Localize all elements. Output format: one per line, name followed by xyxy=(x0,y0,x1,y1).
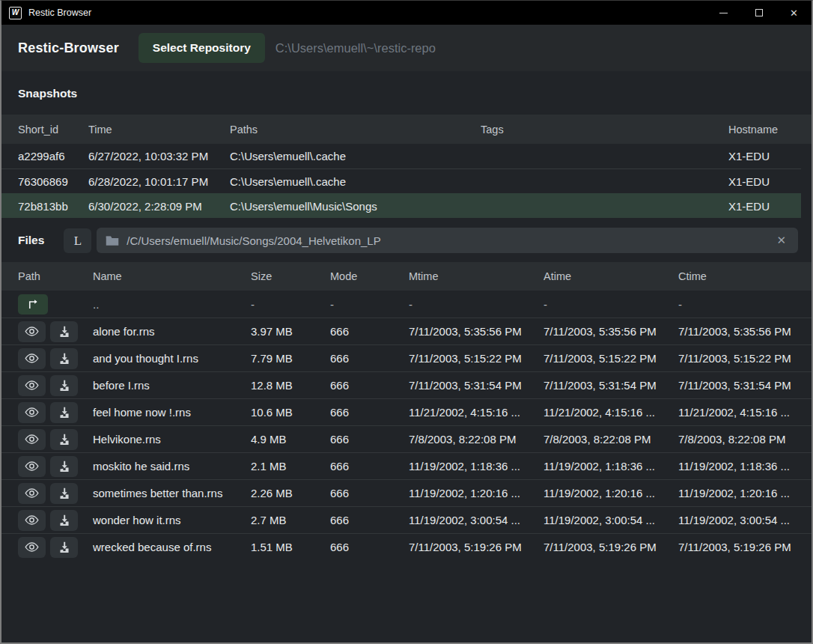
clear-path-icon[interactable]: ✕ xyxy=(773,232,789,249)
snapshot-row[interactable]: 72b813bb6/30/2022, 2:28:09 PMC:\Users\em… xyxy=(1,193,801,218)
file-row: moskito he said.rns2.1 MB66611/19/2002, … xyxy=(1,452,812,479)
download-icon xyxy=(58,487,70,499)
file-actions xyxy=(18,483,93,504)
file-atime: 7/11/2003, 5:15:22 PM xyxy=(543,352,678,365)
file-ctime: 7/8/2003, 8:22:08 PM xyxy=(678,433,804,446)
file-mtime: 11/19/2002, 1:20:16 ... xyxy=(409,487,543,499)
file-mode: 666 xyxy=(330,541,409,553)
download-file-button[interactable] xyxy=(50,537,78,558)
eye-icon xyxy=(25,353,39,364)
files-heading: Files xyxy=(18,234,44,247)
file-row: wrecked because of.rns1.51 MB6667/11/200… xyxy=(1,533,812,560)
file-mtime: 7/8/2003, 8:22:08 PM xyxy=(409,433,543,446)
file-mode: 666 xyxy=(330,433,409,446)
parent-ctime: - xyxy=(678,298,804,311)
file-actions xyxy=(18,429,93,450)
preview-file-button[interactable] xyxy=(18,402,46,423)
file-atime: 7/11/2003, 5:35:56 PM xyxy=(543,325,678,338)
download-file-button[interactable] xyxy=(50,348,78,369)
file-ctime: 11/19/2002, 1:20:16 ... xyxy=(678,487,804,499)
file-name: moskito he said.rns xyxy=(93,460,251,473)
download-file-button[interactable] xyxy=(50,321,78,342)
snapshot-paths: C:\Users\emuell\.cache xyxy=(230,150,481,162)
file-atime: 7/11/2003, 5:19:26 PM xyxy=(543,541,678,553)
preview-file-button[interactable] xyxy=(18,510,46,531)
close-icon: ✕ xyxy=(790,7,798,19)
file-mode: 666 xyxy=(330,406,409,419)
preview-file-button[interactable] xyxy=(18,456,46,477)
download-icon xyxy=(58,407,70,418)
files-column-header-name: Name xyxy=(93,270,251,282)
snapshot-short-id: 72b813bb xyxy=(18,200,88,213)
current-path-text: /C/Users/emuell/Music/Songs/2004_Helveti… xyxy=(127,234,773,247)
snapshots-column-header-hostname: Hostname xyxy=(728,124,800,136)
app-window: W Restic Browser ✕ Restic-Browser Select… xyxy=(0,0,813,644)
eye-icon xyxy=(25,487,39,499)
file-mode: 666 xyxy=(330,487,409,499)
file-row: sometimes better than.rns2.26 MB66611/19… xyxy=(1,479,812,506)
file-size: 2.26 MB xyxy=(251,487,330,499)
download-icon xyxy=(58,353,70,364)
snapshot-row[interactable]: 763068696/28/2022, 10:01:17 PMC:\Users\e… xyxy=(1,168,801,193)
file-actions xyxy=(18,456,93,477)
preview-file-button[interactable] xyxy=(18,321,46,342)
file-atime: 11/19/2002, 1:20:16 ... xyxy=(543,487,678,499)
repository-path: C:\Users\emuell\~\restic-repo xyxy=(275,41,436,55)
preview-file-button[interactable] xyxy=(18,483,46,504)
files-column-header-mtime: Mtime xyxy=(409,270,543,282)
snapshot-short-id: 76306869 xyxy=(18,175,88,188)
file-mode: 666 xyxy=(330,514,409,526)
file-mtime: 11/19/2002, 1:18:36 ... xyxy=(409,460,543,473)
download-icon xyxy=(58,434,70,445)
download-file-button[interactable] xyxy=(50,456,78,477)
preview-file-button[interactable] xyxy=(18,348,46,369)
file-list-mode-button[interactable]: L xyxy=(64,228,91,253)
file-size: 3.97 MB xyxy=(251,325,330,338)
download-file-button[interactable] xyxy=(50,510,78,531)
file-ctime: 7/11/2003, 5:19:26 PM xyxy=(678,541,804,553)
files-column-header-mode: Mode xyxy=(330,270,409,282)
download-file-button[interactable] xyxy=(50,402,78,423)
eye-icon xyxy=(25,541,39,553)
file-atime: 11/21/2002, 4:15:16 ... xyxy=(543,406,678,419)
files-column-header-size: Size xyxy=(251,270,330,282)
eye-icon xyxy=(25,514,39,526)
snapshot-time: 6/27/2022, 10:03:32 PM xyxy=(88,150,230,162)
select-repository-button[interactable]: Select Repository xyxy=(138,33,265,63)
file-size: 4.9 MB xyxy=(251,433,330,446)
preview-file-button[interactable] xyxy=(18,537,46,558)
eye-icon xyxy=(25,461,39,472)
file-size: 2.1 MB xyxy=(251,460,330,473)
minimize-icon xyxy=(719,13,728,13)
app-header: Restic-Browser Select Repository C:\User… xyxy=(1,25,812,71)
file-name: feel home now !.rns xyxy=(93,406,251,419)
eye-icon xyxy=(25,434,39,445)
maximize-button[interactable] xyxy=(741,1,776,25)
folder-icon xyxy=(106,235,119,246)
minimize-button[interactable] xyxy=(706,1,741,25)
close-button[interactable]: ✕ xyxy=(776,1,812,25)
file-size: 2.7 MB xyxy=(251,514,330,526)
parent-mtime: - xyxy=(409,298,543,311)
preview-file-button[interactable] xyxy=(18,429,46,450)
file-row: feel home now !.rns10.6 MB66611/21/2002,… xyxy=(1,398,812,425)
maximize-icon xyxy=(755,9,763,16)
file-atime: 7/11/2003, 5:31:54 PM xyxy=(543,379,678,392)
download-file-button[interactable] xyxy=(50,483,78,504)
file-atime: 11/19/2002, 1:18:36 ... xyxy=(543,460,678,473)
preview-file-button[interactable] xyxy=(18,375,46,396)
current-path-bar[interactable]: /C/Users/emuell/Music/Songs/2004_Helveti… xyxy=(97,228,798,253)
file-mtime: 11/21/2002, 4:15:16 ... xyxy=(409,406,543,419)
snapshot-hostname: X1-EDU xyxy=(728,200,789,213)
file-ctime: 11/21/2002, 4:15:16 ... xyxy=(678,406,804,419)
download-icon xyxy=(58,380,70,391)
parent-directory-row: ..----- xyxy=(1,291,812,318)
download-icon xyxy=(58,461,70,472)
file-actions xyxy=(18,537,93,558)
snapshot-row[interactable]: a2299af66/27/2022, 10:03:32 PMC:\Users\e… xyxy=(1,144,801,168)
file-size: 1.51 MB xyxy=(251,541,330,553)
download-file-button[interactable] xyxy=(50,375,78,396)
go-parent-directory-button[interactable] xyxy=(18,294,48,315)
file-row: before I.rns12.8 MB6667/11/2003, 5:31:54… xyxy=(1,371,812,398)
download-file-button[interactable] xyxy=(50,429,78,450)
